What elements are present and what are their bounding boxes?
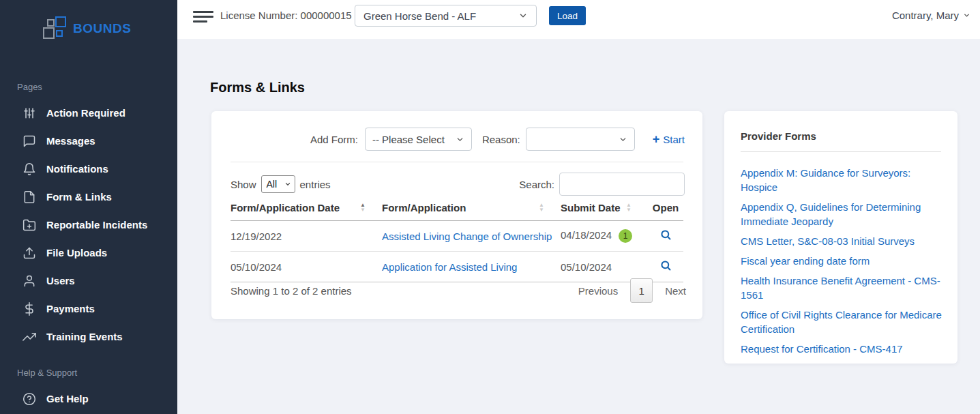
- sidebar-item-label: Users: [46, 275, 75, 286]
- table-row: 12/19/2022Assisted Living Change of Owne…: [231, 221, 683, 252]
- start-button-label: Start: [663, 134, 685, 145]
- cell-form-application-date: 12/19/2022: [231, 221, 382, 252]
- open-button[interactable]: [659, 259, 672, 274]
- reason-select[interactable]: [526, 128, 635, 151]
- document-icon: [23, 190, 36, 204]
- start-button[interactable]: + Start: [653, 133, 685, 145]
- add-form-row: Add Form: -- Please Select Reason: + Sta…: [310, 128, 685, 151]
- cell-form-application: Assisted Living Change of Ownership: [382, 221, 561, 252]
- entries-label: entries: [300, 179, 331, 190]
- provider-form-link[interactable]: Appendix Q, Guidelines for Determining I…: [741, 200, 942, 228]
- upload-icon: [23, 246, 36, 260]
- message-icon: [23, 134, 36, 148]
- sort-arrows-icon: ▲▼: [360, 203, 366, 212]
- pagination: Previous 1 Next: [578, 278, 686, 303]
- section-divider: [231, 162, 683, 162]
- provider-form-link[interactable]: Fiscal year ending date form: [741, 254, 942, 268]
- bell-icon: [23, 162, 36, 176]
- user-menu[interactable]: Contrary, Mary: [892, 10, 970, 21]
- sort-arrows-icon: ▲▼: [626, 203, 632, 212]
- table-header-row: Form/Application Date▲▼Form/Application▲…: [231, 198, 683, 221]
- sidebar-item-messages[interactable]: Messages: [0, 127, 177, 155]
- provider-forms-card: Provider Forms Appendix M: Guidance for …: [724, 111, 957, 364]
- column-header-submit-date[interactable]: Submit Date▲▼: [561, 198, 648, 221]
- show-label: Show: [231, 179, 256, 190]
- forms-card: Add Form: -- Please Select Reason: + Sta…: [211, 111, 702, 319]
- facility-select[interactable]: Green Horse Bend - ALF: [355, 5, 537, 27]
- sidebar-section-label: Pages: [17, 82, 177, 92]
- main-content: Forms & Links Add Form: -- Please Select…: [177, 39, 980, 414]
- logo-text: BOUNDS: [73, 21, 131, 36]
- app-logo[interactable]: BOUNDS: [41, 16, 131, 41]
- sidebar-item-form-links[interactable]: Form & Links: [0, 183, 177, 211]
- sidebar-item-get-help[interactable]: Get Help: [0, 385, 177, 413]
- add-form-select[interactable]: -- Please Select: [365, 128, 472, 151]
- pagination-next[interactable]: Next: [665, 285, 686, 297]
- column-label: Form/Application: [382, 202, 466, 213]
- user-icon: [23, 274, 36, 288]
- sidebar-item-label: Messages: [46, 135, 95, 147]
- sidebar-item-training-events[interactable]: Training Events: [0, 323, 177, 351]
- facility-select-value: Green Horse Bend - ALF: [363, 10, 476, 22]
- sliders-icon: [23, 106, 36, 120]
- page-title: Forms & Links: [210, 80, 305, 95]
- sidebar: BOUNDS PagesAction RequiredMessagesNotif…: [0, 0, 177, 414]
- section-divider: [741, 151, 941, 152]
- trend-icon: [23, 330, 36, 344]
- sidebar-item-label: Action Required: [46, 107, 125, 119]
- add-form-label: Add Form:: [310, 134, 358, 145]
- sidebar-item-label: Get Help: [46, 393, 89, 404]
- open-button[interactable]: [659, 228, 672, 243]
- sidebar-item-action-required[interactable]: Action Required: [0, 99, 177, 127]
- forms-table-body: 12/19/2022Assisted Living Change of Owne…: [231, 221, 683, 282]
- sidebar-item-users[interactable]: Users: [0, 267, 177, 295]
- sidebar-item-label: Reportable Incidents: [46, 219, 147, 231]
- reason-label: Reason:: [482, 134, 520, 145]
- chevron-down-icon: [963, 12, 970, 19]
- column-label: Open: [653, 202, 679, 213]
- provider-form-link[interactable]: CMS Letter, S&C-08-03 Initial Surveys: [741, 234, 942, 248]
- forms-table: Form/Application Date▲▼Form/Application▲…: [231, 198, 683, 282]
- sort-arrows-icon: ▲▼: [539, 203, 544, 212]
- show-entries-value: All: [267, 179, 278, 190]
- sidebar-item-payments[interactable]: Payments: [0, 295, 177, 323]
- provider-forms-links: Appendix M: Guidance for Surveyors: Hosp…: [741, 166, 942, 361]
- search-input[interactable]: [559, 173, 685, 196]
- column-label: Submit Date: [561, 202, 621, 213]
- chevron-down-icon: [284, 181, 291, 188]
- column-header-form-application-date[interactable]: Form/Application Date▲▼: [231, 198, 382, 221]
- form-application-link[interactable]: Assisted Living Change of Ownership: [382, 231, 552, 242]
- search-icon: [659, 259, 672, 274]
- search-label: Search:: [519, 179, 554, 190]
- show-entries-select[interactable]: All: [261, 175, 295, 193]
- provider-form-link[interactable]: Office of Civil Rights Clearance for Med…: [741, 308, 942, 336]
- column-header-open: Open: [648, 198, 683, 221]
- sidebar-section-label: Help & Support: [17, 368, 177, 378]
- provider-form-link[interactable]: Appendix M: Guidance for Surveyors: Hosp…: [741, 166, 942, 194]
- cell-submit-date: 04/18/20241: [561, 221, 648, 252]
- sidebar-item-label: File Uploads: [46, 247, 107, 258]
- sidebar-item-notifications[interactable]: Notifications: [0, 155, 177, 183]
- sidebar-item-file-uploads[interactable]: File Uploads: [0, 239, 177, 267]
- load-button[interactable]: Load: [549, 6, 586, 25]
- sidebar-nav: PagesAction RequiredMessagesNotification…: [0, 42, 177, 413]
- sidebar-item-reportable-incidents[interactable]: Reportable Incidents: [0, 211, 177, 239]
- hamburger-menu-icon[interactable]: [193, 11, 213, 23]
- license-number-label: License Number: 000000015: [220, 10, 352, 21]
- form-application-link[interactable]: Application for Assisted Living: [382, 261, 517, 273]
- provider-form-link[interactable]: Request for Certification - CMS-417: [741, 342, 942, 356]
- submit-date-value: 04/18/2024: [561, 229, 612, 241]
- provider-form-link[interactable]: Health Insurance Benefit Agreement - CMS…: [741, 273, 942, 302]
- pagination-page-1[interactable]: 1: [630, 278, 653, 303]
- submit-date-value: 05/10/2024: [561, 261, 612, 273]
- column-header-form-application[interactable]: Form/Application▲▼: [382, 198, 561, 221]
- sidebar-item-label: Form & Links: [46, 191, 112, 203]
- cell-open: [648, 221, 683, 252]
- top-header: License Number: 000000015 Green Horse Be…: [177, 0, 980, 39]
- help-icon: [23, 392, 36, 406]
- sidebar-item-label: Payments: [46, 303, 95, 314]
- forms-table-wrap: Form/Application Date▲▼Form/Application▲…: [231, 198, 683, 282]
- folder-plus-icon: [23, 218, 36, 232]
- pagination-previous[interactable]: Previous: [578, 285, 618, 297]
- column-label: Form/Application Date: [231, 202, 340, 213]
